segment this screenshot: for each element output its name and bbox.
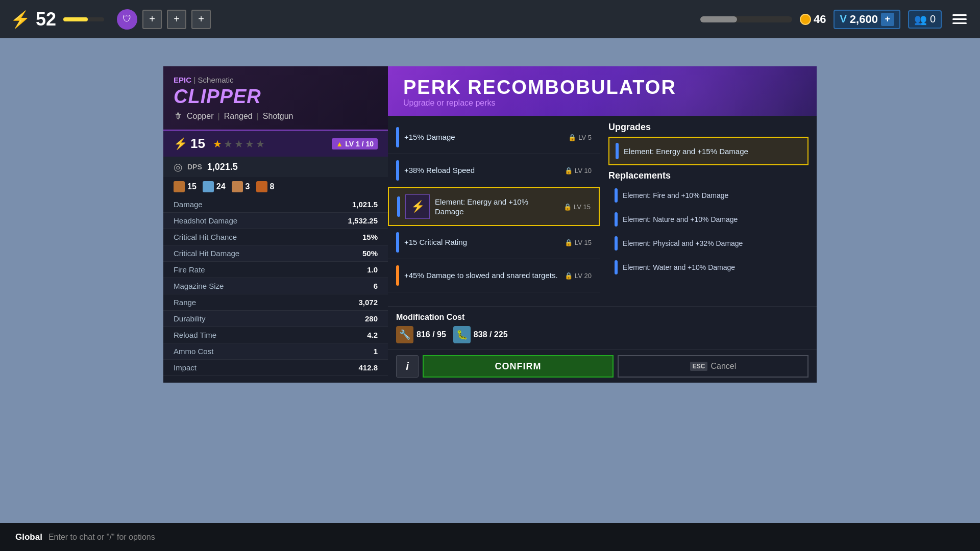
perk-item[interactable]: +15 Critical Rating 🔒 LV 15 [388,226,600,259]
upgrades-panel: Upgrades Element: Energy and +15% Damage… [600,116,817,306]
replacement-item[interactable]: Element: Nature and +10% Damage [608,208,808,231]
upgrade-item[interactable]: Element: Energy and +15% Damage [608,137,808,165]
stat-name: Headshot Damage [174,216,237,225]
stat-name: Magazine Size [174,282,224,290]
stat-item: Reload Time4.2 [163,327,388,343]
perk-title: PERK RECOMBOBULATOR [403,77,801,98]
stat-item: Ammo Cost1 [163,343,388,360]
perk-header: PERK RECOMBOBULATOR Upgrade or replace p… [388,66,817,116]
top-bar-left: ⚡ 52 🛡 + + + [10,9,211,30]
perk-body: +15% Damage 🔒 LV 5 +38% Reload Speed 🔒 L… [388,116,817,383]
perk-level-value: LV 10 [575,167,592,174]
ore-icon [256,181,267,192]
dps-row: ◎ DPS 1,021.5 [163,157,388,177]
stat-value: 6 [374,282,378,290]
lock-icon: 🔒 [565,239,573,246]
vbucks-add-button[interactable]: + [881,13,894,26]
gold-amount: 46 [814,13,826,26]
power-stat-value: 15 [190,136,205,152]
stat-item: Impact412.8 [163,360,388,376]
stat-name: Fire Rate [174,265,205,274]
power-bar [63,17,104,21]
replacement-item[interactable]: Element: Physical and +32% Damage [608,232,808,255]
power-stat: ⚡ 15 [174,136,205,152]
left-panel: Epic | Schematic CLIPPER 🗡 Copper | Rang… [163,66,388,383]
stat-list: Damage1,021.5Headshot Damage1,532.25Crit… [163,196,388,383]
perk-columns: +15% Damage 🔒 LV 5 +38% Reload Speed 🔒 L… [388,116,817,306]
cancel-button[interactable]: ESC Cancel [618,355,808,378]
star-5: ★ [256,138,265,150]
item-tags: 🗡 Copper | Ranged | Shotgun [174,111,378,121]
perk-level: 🔒 LV 15 [564,203,591,211]
stat-value: 1.0 [367,265,378,274]
perk-item[interactable]: +45% Damage to slowed and snared targets… [388,259,600,292]
lock-icon: 🔒 [568,134,576,141]
nav-button-1[interactable]: + [142,10,162,29]
perk-item[interactable]: +15% Damage 🔒 LV 5 [388,121,600,154]
stat-item: Durability280 [163,311,388,327]
level-up-icon: ▲ [336,140,343,148]
item-name: CLIPPER [174,86,378,108]
esc-badge: ESC [690,362,708,371]
stat-name: Reload Time [174,331,216,339]
level-badge[interactable]: ▲ LV 1 / 10 [332,138,378,149]
resource-item-2: 24 [203,181,226,192]
wrench-icon: 🔧 [396,326,413,343]
upgrades-list: Element: Energy and +15% Damage [608,137,808,165]
replacement-item[interactable]: Element: Water and +10% Damage [608,256,808,279]
stat-value: 412.8 [358,363,378,372]
replacements-title: Replacements [608,170,808,181]
replacement-item[interactable]: Element: Fire and +10% Damage [608,184,808,207]
shield-icon[interactable]: 🛡 [117,9,137,30]
rarity-label: Epic [174,76,191,84]
perk-level-value: LV 5 [578,134,592,141]
stat-name: Impact [174,363,197,372]
perk-text: +45% Damage to slowed and snared targets… [404,270,559,281]
perk-level: 🔒 LV 15 [565,239,592,246]
stat-item: Damage1,021.5 [163,196,388,213]
nav-button-3[interactable]: + [191,10,211,29]
crosshair-icon: ◎ [174,161,182,173]
menu-line-2 [952,18,967,20]
perk-text: +38% Reload Speed [404,165,559,176]
schematic-label: Schematic [198,76,234,84]
friends-container[interactable]: 👥 0 [908,10,942,29]
star-1: ★ [213,138,222,150]
item-tag1: Copper [187,112,213,121]
friends-icon: 👥 [914,13,927,26]
xp-bar [700,16,792,22]
perk-subtitle: Upgrade or replace perks [403,98,801,108]
confirm-button[interactable]: Confirm [423,355,614,378]
main-content: Epic | Schematic CLIPPER 🗡 Copper | Rang… [0,66,980,523]
stat-item: Headshot Damage1,532.25 [163,213,388,229]
cost1-value: 816 / 95 [416,330,446,339]
replacement-color-bar [615,260,618,274]
right-panel: PERK RECOMBOBULATOR Upgrade or replace p… [388,66,817,383]
power-bar-fill [63,17,88,21]
top-bar: ⚡ 52 🛡 + + + 46 V 2,600 + 👥 0 [0,0,980,38]
menu-button[interactable] [949,11,970,27]
star-4: ★ [245,138,254,150]
replacement-text: Element: Nature and +10% Damage [623,215,738,223]
vbucks-container[interactable]: V 2,600 + [834,10,900,29]
replacement-text: Element: Water and +10% Damage [623,263,735,271]
perk-color-bar [396,127,399,147]
perk-color-bar [396,160,399,181]
info-button[interactable]: i [396,355,419,378]
dps-label: DPS [187,163,202,171]
power-stat-icon: ⚡ [174,137,187,151]
resource-item-1: 15 [174,181,197,192]
perk-level-value: LV 20 [575,272,592,280]
stat-item: Critical Hit Damage50% [163,245,388,262]
stars-container: ★ ★ ★ ★ ★ [213,138,265,150]
replacement-color-bar [615,212,618,227]
stat-name: Critical Hit Chance [174,233,237,241]
menu-line-3 [952,22,967,24]
perk-item[interactable]: ⚡ Element: Energy and +10% Damage 🔒 LV 1… [388,187,600,226]
stat-item: Critical Hit Chance15% [163,229,388,245]
stat-name: Critical Hit Damage [174,249,239,258]
stat-value: 50% [362,249,378,258]
perk-item[interactable]: +38% Reload Speed 🔒 LV 10 [388,154,600,187]
item-tag3: Shotgun [263,112,293,121]
nav-button-2[interactable]: + [167,10,186,29]
